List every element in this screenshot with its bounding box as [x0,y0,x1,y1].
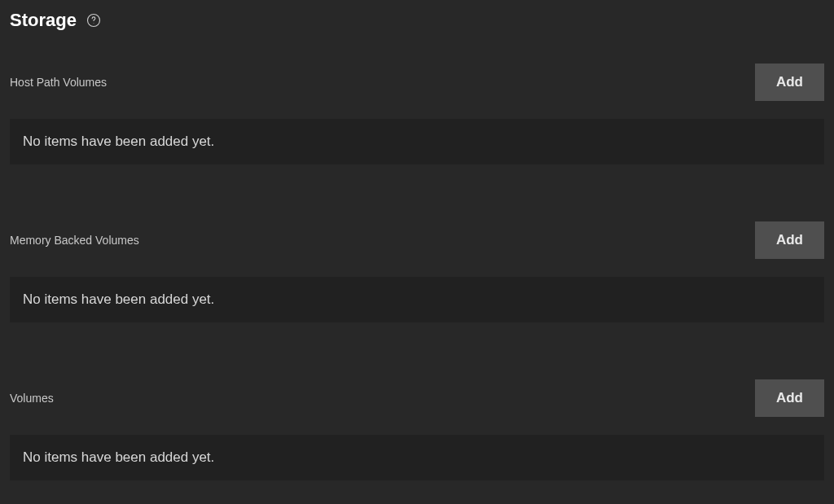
add-volume-button[interactable]: Add [755,379,824,417]
section-label: Volumes [10,392,54,405]
section-header: Memory Backed Volumes Add [10,221,824,259]
page-header: Storage [10,10,824,31]
section-memory-backed-volumes: Memory Backed Volumes Add No items have … [10,221,824,322]
add-host-path-volume-button[interactable]: Add [755,64,824,101]
section-header: Volumes Add [10,379,824,417]
section-header: Host Path Volumes Add [10,64,824,101]
empty-state: No items have been added yet. [10,119,824,164]
section-volumes: Volumes Add No items have been added yet… [10,379,824,480]
section-label: Host Path Volumes [10,76,107,89]
add-memory-backed-volume-button[interactable]: Add [755,221,824,259]
empty-state: No items have been added yet. [10,277,824,322]
svg-point-1 [93,23,94,24]
page-title: Storage [10,10,77,31]
section-label: Memory Backed Volumes [10,234,139,247]
section-host-path-volumes: Host Path Volumes Add No items have been… [10,64,824,164]
empty-state: No items have been added yet. [10,435,824,480]
help-icon[interactable] [86,13,101,28]
